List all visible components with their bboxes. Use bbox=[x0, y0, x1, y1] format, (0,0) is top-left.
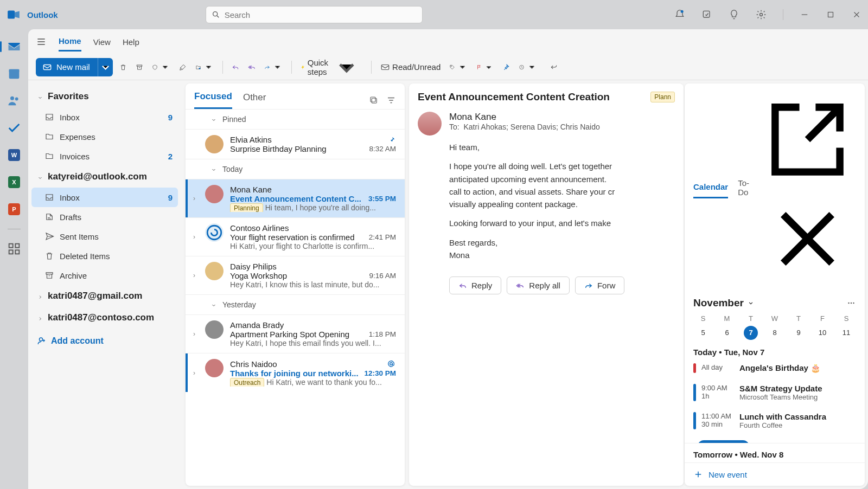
svg-point-26 bbox=[848, 303, 849, 304]
avatar bbox=[205, 359, 224, 377]
tab-other[interactable]: Other bbox=[243, 92, 266, 108]
group-header[interactable]: Today bbox=[186, 159, 405, 179]
more-icon[interactable] bbox=[846, 298, 856, 308]
folder-icon bbox=[44, 132, 54, 141]
message-body: Hi team,I hope you're all doing well. Le… bbox=[418, 141, 675, 268]
add-person-icon bbox=[37, 336, 47, 346]
new-event-button[interactable]: New event bbox=[685, 462, 865, 486]
sweep-button[interactable] bbox=[177, 61, 189, 73]
new-mail-dropdown[interactable] bbox=[98, 58, 113, 76]
tab-calendar[interactable]: Calendar bbox=[693, 182, 728, 198]
message-item[interactable]: › Mona Kane Event Announcement Content C… bbox=[186, 179, 405, 217]
tab-focused[interactable]: Focused bbox=[194, 91, 232, 109]
new-mail-button[interactable]: New mail bbox=[36, 58, 113, 76]
calendar-day[interactable]: 5 bbox=[696, 326, 710, 340]
folder-item[interactable]: Drafts bbox=[31, 207, 178, 227]
minimize-button[interactable] bbox=[800, 10, 809, 20]
reply-all-action[interactable]: Reply all bbox=[507, 276, 570, 294]
message-item[interactable]: Elvia Atkins Surprise Birthday Planning8… bbox=[186, 129, 405, 159]
account-header[interactable]: katri0487@gmail.com bbox=[31, 285, 178, 307]
expand-icon: › bbox=[193, 330, 199, 338]
forward-button[interactable] bbox=[262, 60, 285, 75]
my-day-icon[interactable] bbox=[701, 9, 712, 20]
favorites-header[interactable]: Favorites bbox=[31, 86, 178, 107]
snooze-button[interactable] bbox=[516, 60, 539, 75]
agenda-event[interactable]: 11:00 AM30 min Lunch with Cassandra Four… bbox=[690, 409, 859, 433]
undo-button[interactable] bbox=[548, 61, 560, 73]
folder-item[interactable]: Invoices 2 bbox=[31, 146, 178, 166]
tips-icon[interactable] bbox=[729, 9, 739, 20]
folder-item[interactable]: Inbox 9 bbox=[31, 107, 178, 127]
folder-item[interactable]: Sent Items bbox=[31, 227, 178, 246]
group-header[interactable]: Pinned bbox=[186, 109, 405, 129]
settings-icon[interactable] bbox=[756, 9, 767, 20]
pin-button[interactable] bbox=[500, 61, 512, 73]
message-item[interactable]: › Daisy Philips Yoga Workshop9:16 AM Hey… bbox=[186, 256, 405, 294]
avatar bbox=[205, 223, 224, 242]
delete-button[interactable] bbox=[117, 61, 129, 73]
calendar-day[interactable]: 7 bbox=[744, 326, 758, 340]
folder-item[interactable]: Expenses bbox=[31, 127, 178, 146]
search-input[interactable] bbox=[225, 10, 417, 20]
read-unread-button[interactable]: Read/Unread bbox=[378, 60, 443, 74]
close-button[interactable] bbox=[852, 10, 861, 20]
quick-steps-button[interactable]: Quick steps bbox=[298, 49, 365, 85]
reply-all-button[interactable] bbox=[246, 61, 258, 73]
tag-button[interactable] bbox=[447, 60, 470, 75]
rail-people[interactable] bbox=[7, 93, 22, 108]
select-mode-icon[interactable] bbox=[369, 95, 379, 105]
calendar-day[interactable]: 9 bbox=[792, 326, 806, 340]
folder-item[interactable]: Archive bbox=[31, 266, 178, 285]
tab-help[interactable]: Help bbox=[123, 33, 139, 51]
avatar bbox=[205, 320, 224, 339]
inbox-icon bbox=[44, 112, 54, 122]
notifications-icon[interactable] bbox=[674, 9, 685, 20]
account-header[interactable]: katri0487@contoso.com bbox=[31, 307, 178, 329]
folder-item[interactable]: Deleted Items bbox=[31, 246, 178, 266]
rail-powerpoint[interactable]: P bbox=[7, 202, 22, 217]
report-button[interactable] bbox=[150, 60, 173, 75]
rail-excel[interactable]: X bbox=[7, 175, 22, 190]
nav-toggle-icon[interactable] bbox=[36, 36, 47, 47]
agenda-event[interactable]: 9:00 AM1h S&M Strategy Update Microsoft … bbox=[690, 381, 859, 404]
account-header[interactable]: katyreid@outlook.com bbox=[31, 166, 178, 188]
forward-action[interactable]: Forw bbox=[575, 276, 624, 294]
group-header[interactable]: Yesterday bbox=[186, 294, 405, 314]
message-item[interactable]: › Contoso Airlines Your flight reservati… bbox=[186, 217, 405, 256]
rail-todo[interactable] bbox=[7, 120, 22, 136]
calendar-day[interactable]: 10 bbox=[815, 326, 829, 340]
tab-home[interactable]: Home bbox=[59, 32, 81, 52]
send-icon bbox=[44, 231, 54, 241]
archive-button[interactable] bbox=[133, 61, 145, 73]
rail-mail[interactable] bbox=[7, 39, 22, 54]
calendar-day[interactable]: 11 bbox=[839, 326, 853, 340]
flag-button[interactable] bbox=[474, 60, 496, 74]
sender-avatar bbox=[418, 112, 442, 136]
folder-item[interactable]: Inbox 9 bbox=[31, 188, 178, 207]
maximize-button[interactable] bbox=[826, 10, 835, 20]
rail-more-apps[interactable] bbox=[7, 241, 22, 256]
calendar-day[interactable]: 6 bbox=[720, 326, 734, 340]
tab-view[interactable]: View bbox=[93, 33, 111, 51]
filter-icon[interactable] bbox=[386, 95, 396, 105]
svg-rect-13 bbox=[15, 250, 19, 254]
chevron-icon bbox=[37, 314, 43, 321]
rail-calendar[interactable] bbox=[7, 66, 22, 81]
message-item[interactable]: › Amanda Brady Apartment Parking Spot Op… bbox=[186, 314, 405, 353]
message-item[interactable]: › Chris Naidoo Thanks for joining our ne… bbox=[186, 353, 405, 392]
move-button[interactable] bbox=[193, 60, 216, 75]
close-pane-icon[interactable] bbox=[759, 280, 856, 289]
reply-action[interactable]: Reply bbox=[449, 276, 501, 294]
search-box[interactable] bbox=[206, 6, 423, 23]
calendar-day[interactable]: 8 bbox=[768, 326, 782, 340]
add-account-button[interactable]: Add account bbox=[31, 329, 178, 353]
month-picker[interactable]: November bbox=[693, 297, 755, 309]
chevron-icon bbox=[37, 173, 43, 180]
rail-word[interactable]: W bbox=[7, 147, 22, 163]
agenda-event[interactable]: All day Angela's Birthday 🎂 bbox=[690, 360, 859, 376]
svg-point-2 bbox=[681, 10, 684, 13]
reply-button[interactable] bbox=[229, 61, 241, 73]
popout-icon[interactable] bbox=[759, 181, 856, 190]
message-subject: Event Announcement Content Creation bbox=[418, 91, 644, 103]
tab-todo[interactable]: To-Do bbox=[738, 178, 749, 202]
